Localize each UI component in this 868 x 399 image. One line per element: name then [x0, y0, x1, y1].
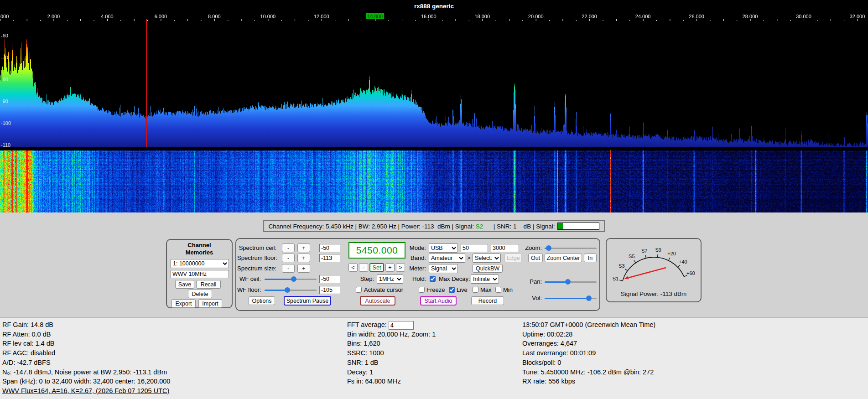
- max-checkbox[interactable]: [473, 287, 478, 293]
- spectrum-floor-input[interactable]: [319, 254, 340, 262]
- status-text-suffix: | SNR: 1 dB | Signal:: [483, 223, 555, 230]
- tune-up-button[interactable]: +: [385, 263, 395, 272]
- memory-save-button[interactable]: Save: [175, 280, 194, 289]
- mode-select[interactable]: USB: [429, 244, 458, 253]
- spectrum-size-label: Spectrum size:: [237, 264, 276, 273]
- rf-lev-cal-stat: RF lev cal: 1.4 dB: [2, 339, 170, 348]
- rf-agc-stat: RF AGC: disabled: [2, 348, 170, 358]
- signal-meter-fill: [558, 223, 563, 229]
- activate-cursor-checkbox[interactable]: [356, 287, 362, 293]
- record-button[interactable]: Record: [471, 296, 504, 305]
- overranges-stat: Overranges: 4,647: [522, 339, 655, 348]
- zoom-slider-thumb[interactable]: [546, 245, 551, 251]
- spectrum-ceil-plus-button[interactable]: +: [297, 244, 310, 252]
- memory-recall-button[interactable]: Recall: [196, 280, 221, 289]
- band-select[interactable]: Amateur: [429, 254, 465, 263]
- hold-checkbox[interactable]: [430, 276, 436, 282]
- channel-memories-panel: Channel Memories 1: 10000000 Save Recall…: [166, 239, 233, 308]
- s-meter-gauge: S1 S3 S5 S7 S9 +20 +40 +60: [608, 240, 700, 291]
- zoom-center-button[interactable]: Zoom Center: [545, 254, 582, 262]
- tune-down-button[interactable]: -: [359, 263, 368, 272]
- zoom-label: Zoom:: [510, 244, 542, 253]
- s-meter-tick-p20: +20: [667, 251, 676, 256]
- spectrum-size-minus-button[interactable]: -: [282, 264, 295, 273]
- zoom-out-button[interactable]: Out: [528, 254, 543, 262]
- options-button[interactable]: Options: [249, 296, 275, 305]
- spectrum-waterfall-display[interactable]: [0, 13, 868, 212]
- ssrc-stat: SSRC: 1000: [347, 348, 436, 358]
- wf-ceil-slider-thumb[interactable]: [291, 276, 296, 282]
- channel-memories-title: Channel Memories: [167, 242, 232, 256]
- zoom-in-button[interactable]: In: [584, 254, 597, 262]
- spectrum-floor-label: Spectrum floor:: [237, 254, 276, 263]
- spectrum-size-plus-button[interactable]: +: [297, 264, 310, 273]
- sdr-app: rx888 generic Channel Frequency: 5,450 k…: [0, 0, 868, 399]
- meter-mode-select[interactable]: Signal: [429, 264, 458, 273]
- wf-floor-slider[interactable]: [265, 287, 317, 293]
- tune-stat: Tune: 5.450000 MHz: -106.2 dBm @bin: 272: [522, 368, 655, 377]
- fft-average-row: FFT average:: [347, 320, 436, 330]
- spectrum-pause-button[interactable]: Spectrum Pause: [284, 296, 331, 306]
- vol-slider-thumb[interactable]: [586, 295, 592, 301]
- start-audio-button[interactable]: Start Audio: [420, 296, 457, 306]
- band-label: Band:: [400, 254, 426, 263]
- s-meter-needle: [629, 268, 666, 278]
- memory-name-input[interactable]: [171, 270, 229, 278]
- quickbw-button[interactable]: QuickBW: [473, 264, 503, 273]
- status-signal-level: S2: [476, 223, 483, 230]
- live-checkbox[interactable]: [449, 287, 455, 293]
- wwv-flux-link[interactable]: WWV Flux=164, A=16, K=2.67, (2026 Feb 07…: [2, 386, 170, 396]
- spectrum-floor-plus-button[interactable]: +: [297, 254, 310, 262]
- s-meter-tick-p60: +60: [686, 270, 695, 276]
- wf-floor-input[interactable]: [319, 286, 340, 294]
- spectrum-floor-minus-button[interactable]: -: [282, 254, 295, 262]
- step-select[interactable]: 1MHz: [377, 275, 403, 284]
- wf-ceil-slider[interactable]: [265, 276, 317, 282]
- fs-in-stat: Fs in: 64.800 MHz: [347, 377, 436, 386]
- memory-delete-button[interactable]: Delete: [188, 290, 212, 298]
- s-meter-tick-p40: +40: [679, 259, 687, 264]
- span-stat: Span (kHz): 0 to 32,400 width: 32,400 ce…: [2, 377, 170, 386]
- tune-set-button[interactable]: Set: [369, 263, 384, 272]
- min-checkbox[interactable]: [495, 287, 501, 293]
- control-panel: Channel Frequency: 5,450 kHz | BW: 2,950…: [0, 212, 868, 317]
- spectrum-ceil-minus-button[interactable]: -: [282, 244, 295, 252]
- pan-slider[interactable]: [545, 279, 597, 285]
- memory-slot-select[interactable]: 1: 10000000: [171, 259, 229, 268]
- vol-slider[interactable]: [545, 295, 597, 301]
- s-meter-needle-tip: [624, 276, 629, 280]
- status-bar: Channel Frequency: 5,450 kHz | BW: 2,950…: [263, 220, 605, 232]
- footer-middle-column: FFT average: Bin width: 20,000 Hz, Zoom:…: [347, 320, 436, 386]
- wf-floor-slider-fill: [265, 290, 287, 291]
- wf-floor-slider-thumb[interactable]: [285, 287, 290, 293]
- autoscale-button[interactable]: Autoscale: [360, 296, 395, 306]
- pan-slider-fill: [545, 281, 568, 283]
- max-decay-select[interactable]: Infinite: [471, 275, 499, 284]
- footer-right-column: 13:50:07 GMT+0000 (Greenwich Mean Time) …: [522, 320, 655, 386]
- band-edge-button: Edge: [504, 254, 522, 262]
- memory-import-button[interactable]: Import: [198, 299, 222, 308]
- snr-stat: SNR: 1 dB: [347, 358, 436, 368]
- spectrum-ceil-label: Spectrum ceil:: [237, 244, 276, 253]
- max-decay-label: Max Decay:: [439, 275, 470, 284]
- zoom-slider[interactable]: [545, 245, 597, 251]
- rf-atten-stat: RF Atten: 0.0 dB: [2, 330, 170, 339]
- passband-low-input[interactable]: [461, 244, 488, 252]
- s-meter-panel: S1 S3 S5 S7 S9 +20 +40 +60 Signal Power:…: [606, 238, 702, 302]
- band-segment-select[interactable]: Select:: [473, 254, 501, 263]
- tune-back-button[interactable]: <: [348, 263, 358, 272]
- pan-slider-thumb[interactable]: [565, 279, 571, 285]
- vol-label: Vol:: [510, 294, 542, 303]
- wf-ceil-input[interactable]: [319, 275, 340, 283]
- spectrum-ceil-input[interactable]: [319, 244, 340, 252]
- frequency-display[interactable]: 5450.000: [348, 242, 405, 259]
- wf-floor-label: WF floor:: [237, 285, 261, 295]
- memory-export-button[interactable]: Export: [172, 299, 196, 308]
- freeze-checkbox[interactable]: [419, 287, 425, 293]
- decay-stat: Decay: 1: [347, 368, 436, 377]
- status-footer: RF Gain: 14.8 dB RF Atten: 0.0 dB RF lev…: [0, 317, 868, 399]
- signal-power-readout: Signal Power: -113 dBm: [607, 290, 701, 297]
- s-meter-tick-s9: S9: [655, 247, 661, 253]
- uptime-stat: Uptime: 00:02:28: [522, 330, 655, 339]
- fft-average-input[interactable]: [389, 321, 414, 330]
